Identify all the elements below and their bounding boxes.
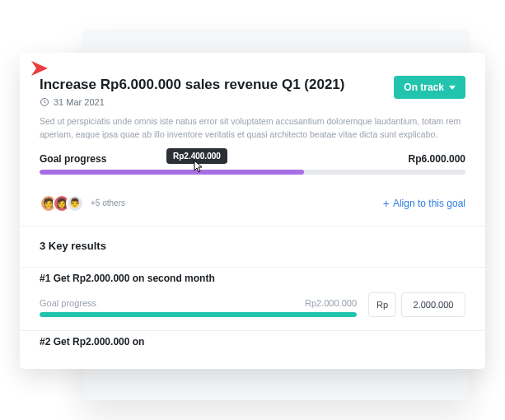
progress-label: Goal progress xyxy=(40,153,106,165)
key-result-item: #1 Get Rp2.000.000 on second month Goal … xyxy=(20,268,485,330)
kr-progress-label: Goal progress xyxy=(40,298,96,308)
kr-progress-bar[interactable] xyxy=(40,312,357,317)
kr-progress-fill xyxy=(40,312,357,317)
chevron-down-icon xyxy=(449,86,456,90)
value-input[interactable]: 2.000.000 xyxy=(401,292,465,317)
brand-logo xyxy=(30,59,51,77)
clock-icon xyxy=(40,97,49,107)
align-to-goal-link[interactable]: + Align to this goal xyxy=(383,198,465,209)
others-count: +5 others xyxy=(91,198,125,208)
goal-description: Sed ut perspiciatis unde omnis iste natu… xyxy=(20,115,485,153)
due-date-row: 31 Mar 2021 xyxy=(40,97,344,107)
key-result-title: #2 Get Rp2.000.000 on xyxy=(40,336,465,348)
goal-card: Increase Rp6.000.000 sales revenue Q1 (2… xyxy=(20,53,485,369)
progress-target: Rp6.000.000 xyxy=(409,153,465,165)
currency-unit[interactable]: Rp xyxy=(368,292,396,317)
kr-value-input-group: Rp 2.000.000 xyxy=(368,292,465,317)
key-results-header: 3 Key results xyxy=(20,226,485,267)
kr-progress-value: Rp2.000.000 xyxy=(305,298,357,308)
status-label: On track xyxy=(404,82,444,93)
key-result-title: #1 Get Rp2.000.000 on second month xyxy=(40,273,465,284)
progress-tooltip: Rp2.400.000 xyxy=(166,148,227,164)
people-row: 🧑 👩 👨 +5 others + Align to this goal xyxy=(20,186,485,226)
goal-progress-section: Goal progress Rp6.000.000 Rp2.400.000 xyxy=(20,153,485,186)
avatar: 👨 xyxy=(66,194,84,212)
key-result-progress: Goal progress Rp2.000.000 xyxy=(40,298,357,317)
align-label: Align to this goal xyxy=(393,198,465,209)
avatar-stack[interactable]: 🧑 👩 👨 +5 others xyxy=(40,194,125,212)
goal-progress-fill xyxy=(40,170,304,175)
goal-title: Increase Rp6.000.000 sales revenue Q1 (2… xyxy=(40,76,344,94)
goal-progress-bar[interactable] xyxy=(40,170,465,175)
key-result-item: #2 Get Rp2.000.000 on xyxy=(20,331,485,369)
plus-icon: + xyxy=(383,198,390,209)
due-date: 31 Mar 2021 xyxy=(54,97,105,107)
status-button[interactable]: On track xyxy=(394,76,465,99)
goal-header: Increase Rp6.000.000 sales revenue Q1 (2… xyxy=(20,53,485,115)
